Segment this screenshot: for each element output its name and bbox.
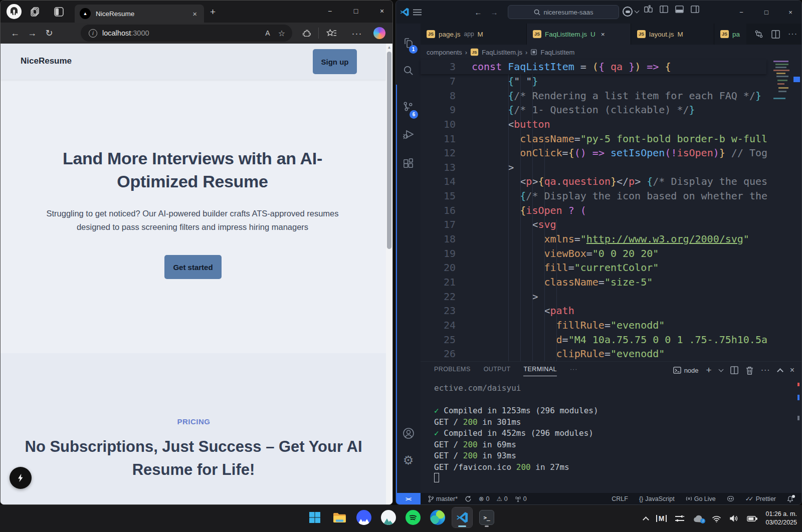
browser-tab-niceresume[interactable]: ▲ NiceResume ×: [75, 5, 204, 23]
browser-maximize-button[interactable]: □: [347, 4, 364, 19]
file-explorer-button[interactable]: [329, 507, 349, 527]
go-live-item[interactable]: Go Live: [686, 495, 716, 502]
open-changes-icon[interactable]: [754, 30, 763, 39]
toggle-secondary-sidebar-icon[interactable]: [691, 5, 699, 14]
devtools-lightning-badge[interactable]: [10, 467, 32, 489]
code-line[interactable]: 16{isOpen ? (: [421, 203, 801, 218]
workspaces-icon[interactable]: [29, 5, 43, 19]
page-scrollbar[interactable]: ▲: [386, 44, 392, 504]
copilot-status-item[interactable]: [727, 495, 734, 502]
tab-page-js[interactable]: JS page.js app M: [421, 24, 527, 45]
nav-back-icon[interactable]: ←: [470, 8, 486, 17]
copilot-menu[interactable]: [623, 7, 639, 17]
scroll-up-icon[interactable]: ▲: [386, 45, 392, 50]
speaker-icon[interactable]: [729, 514, 739, 522]
search-icon[interactable]: [396, 59, 421, 82]
extensions-icon[interactable]: [396, 152, 421, 175]
eol-item[interactable]: CRLF: [612, 495, 628, 502]
tray-mixer-icon[interactable]: [675, 514, 685, 522]
copilot-icon[interactable]: [373, 27, 385, 39]
back-button[interactable]: ←: [7, 28, 24, 39]
code-line[interactable]: 19viewBox="0 0 20 20": [421, 246, 801, 261]
wifi-icon[interactable]: [712, 515, 721, 522]
breadcrumb-file[interactable]: FaqListItem.js: [482, 49, 522, 56]
address-bar[interactable]: i localhost:3000 A ☆: [81, 25, 292, 42]
start-button[interactable]: [305, 507, 325, 527]
code-editor[interactable]: 7{" "}8{/* Rendering a list item for eac…: [421, 74, 801, 361]
edge-button[interactable]: [428, 507, 448, 527]
terminal-shell-item[interactable]: node: [673, 366, 699, 374]
code-line[interactable]: 13>: [421, 160, 801, 175]
terminal-lines[interactable]: ective.com/daisyui✓ Compiled in 1253ms (…: [434, 383, 796, 473]
tray-app-icon[interactable]: M: [656, 515, 667, 522]
tab-close-icon[interactable]: ×: [190, 10, 199, 18]
tray-expand-icon[interactable]: [643, 516, 649, 523]
code-line[interactable]: 12onClick={() => setIsOpen(!isOpen)} // …: [421, 146, 801, 160]
accounts-icon[interactable]: [396, 422, 421, 445]
command-center-search[interactable]: niceresume-saas: [508, 5, 619, 19]
panel-tab-terminal[interactable]: TERMINAL: [523, 366, 556, 376]
nordvpn-button[interactable]: [354, 507, 374, 527]
terminal-dropdown-icon[interactable]: [718, 367, 723, 372]
sticky-scroll-line[interactable]: 3 const FaqListItem = ({ qa }) => {: [421, 60, 766, 74]
panel-tab-output[interactable]: OUTPUT: [484, 366, 511, 376]
vscode-minimize-button[interactable]: −: [733, 5, 749, 20]
terminal-taskbar-button[interactable]: >_: [477, 507, 497, 527]
code-line[interactable]: 7{" "}: [421, 74, 801, 89]
toggle-panel-icon[interactable]: [675, 5, 684, 14]
sync-changes-item[interactable]: [465, 495, 472, 502]
formatter-item[interactable]: ✓✓Prettier: [745, 495, 776, 502]
code-line[interactable]: 17<svg: [421, 217, 801, 232]
spotify-button[interactable]: [403, 507, 423, 527]
split-editor-icon[interactable]: [771, 30, 780, 39]
code-line[interactable]: 11className="py-5 font-bold border-b w-f…: [421, 132, 801, 146]
split-terminal-icon[interactable]: [730, 366, 738, 374]
site-info-icon[interactable]: i: [89, 29, 97, 38]
nav-forward-icon[interactable]: →: [486, 8, 502, 17]
maximize-panel-icon[interactable]: [777, 368, 783, 375]
close-panel-icon[interactable]: ×: [790, 366, 794, 375]
code-line[interactable]: 23<path: [421, 304, 801, 318]
warnings-item[interactable]: ⚠0: [497, 495, 508, 502]
split-screen-icon[interactable]: [52, 5, 66, 19]
panel-more-icon[interactable]: ···: [570, 366, 578, 376]
tab-close-icon[interactable]: ×: [601, 31, 605, 38]
code-line[interactable]: 21className="size-5": [421, 275, 801, 290]
new-terminal-icon[interactable]: +: [706, 365, 712, 376]
browser-close-button[interactable]: ×: [373, 4, 390, 19]
panel-tab-problems[interactable]: PROBLEMS: [434, 366, 471, 376]
git-branch-item[interactable]: master*: [428, 495, 458, 502]
code-line[interactable]: 9{/* 1- Question (clickable) */}: [421, 103, 801, 117]
clock[interactable]: 01:26 a. m. 03/02/2025: [765, 510, 797, 527]
kill-terminal-trash-icon[interactable]: [746, 366, 753, 375]
new-tab-button[interactable]: +: [210, 7, 216, 18]
code-line[interactable]: 14<p>{qa.question}</p> {/* Display the q…: [421, 174, 801, 189]
signup-button[interactable]: Sign up: [313, 49, 357, 74]
nordpass-button[interactable]: [378, 507, 398, 527]
browser-minimize-button[interactable]: −: [321, 4, 338, 19]
vscode-close-button[interactable]: ×: [782, 5, 798, 20]
code-line[interactable]: 10<button: [421, 117, 801, 132]
forward-button[interactable]: →: [24, 28, 41, 39]
run-debug-icon[interactable]: [396, 123, 421, 146]
code-line[interactable]: 22>: [421, 290, 801, 304]
remote-indicator[interactable]: ><: [396, 493, 421, 504]
toggle-sidebar-icon[interactable]: [660, 5, 668, 14]
reload-button[interactable]: ↻: [41, 28, 58, 39]
explorer-icon[interactable]: 1: [396, 32, 421, 55]
get-started-button[interactable]: Get started: [164, 255, 222, 279]
ports-item[interactable]: 0: [515, 495, 527, 502]
source-control-icon[interactable]: 6: [396, 95, 421, 118]
settings-more-icon[interactable]: ···: [348, 29, 365, 39]
onedrive-cloud-icon[interactable]: i: [693, 515, 704, 522]
language-item[interactable]: {}JavaScript: [639, 495, 675, 502]
code-line[interactable]: 15{/* Display the icon based on whether …: [421, 189, 801, 203]
favorites-hub-icon[interactable]: [326, 28, 337, 38]
menu-hamburger-icon[interactable]: [413, 9, 428, 16]
code-line[interactable]: 20fill="currentColor": [421, 260, 801, 275]
notifications-item[interactable]: [787, 495, 793, 502]
settings-gear-icon[interactable]: ⚙: [396, 449, 421, 472]
battery-icon[interactable]: [747, 515, 757, 522]
code-line[interactable]: 26clipRule="evenodd": [421, 347, 801, 361]
customize-layout-icon[interactable]: [644, 5, 653, 14]
